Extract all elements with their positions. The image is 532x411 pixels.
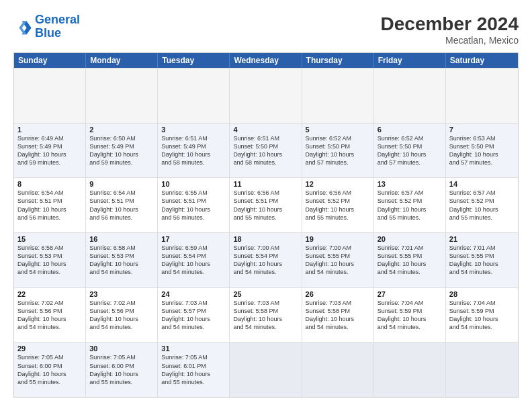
header-tuesday: Tuesday xyxy=(158,53,230,68)
day-number: 15 xyxy=(17,235,82,243)
day-number: 30 xyxy=(89,345,154,353)
calendar-cell-5-3 xyxy=(230,342,302,397)
day-info: Sunrise: 6:57 AMSunset: 5:52 PMDaylight:… xyxy=(449,189,515,222)
day-info: Sunrise: 7:01 AMSunset: 5:55 PMDaylight:… xyxy=(449,244,515,277)
calendar-cell-2-5: 13Sunrise: 6:57 AMSunset: 5:52 PMDayligh… xyxy=(374,178,446,232)
day-info: Sunrise: 7:05 AMSunset: 6:01 PMDaylight:… xyxy=(161,353,226,386)
calendar-cell-0-6 xyxy=(446,68,518,123)
day-number: 9 xyxy=(89,180,154,188)
calendar-row-1: 1Sunrise: 6:49 AMSunset: 5:49 PMDaylight… xyxy=(14,123,518,178)
calendar-cell-0-1 xyxy=(86,68,158,123)
day-info: Sunrise: 6:59 AMSunset: 5:54 PMDaylight:… xyxy=(161,244,226,277)
header-friday: Friday xyxy=(374,53,446,68)
day-info: Sunrise: 6:56 AMSunset: 5:51 PMDaylight:… xyxy=(233,189,298,222)
day-number: 24 xyxy=(161,290,226,298)
calendar-row-4: 22Sunrise: 7:02 AMSunset: 5:56 PMDayligh… xyxy=(14,287,518,342)
day-number: 19 xyxy=(306,235,370,243)
calendar-cell-4-5: 27Sunrise: 7:04 AMSunset: 5:59 PMDayligh… xyxy=(374,288,446,342)
calendar-cell-3-3: 18Sunrise: 7:00 AMSunset: 5:54 PMDayligh… xyxy=(230,233,302,287)
day-number: 26 xyxy=(306,290,370,298)
day-number: 21 xyxy=(449,235,515,243)
day-number: 14 xyxy=(449,180,515,188)
day-info: Sunrise: 7:02 AMSunset: 5:56 PMDaylight:… xyxy=(89,299,154,332)
day-number: 27 xyxy=(378,290,442,298)
calendar-row-0 xyxy=(14,68,518,123)
logo-line1: General xyxy=(35,13,80,26)
calendar-cell-0-4 xyxy=(302,68,374,123)
day-info: Sunrise: 7:04 AMSunset: 5:59 PMDaylight:… xyxy=(449,299,515,332)
calendar-cell-5-0: 29Sunrise: 7:05 AMSunset: 6:00 PMDayligh… xyxy=(14,342,86,397)
logo: General Blue xyxy=(13,13,80,40)
calendar-row-5: 29Sunrise: 7:05 AMSunset: 6:00 PMDayligh… xyxy=(14,342,518,397)
calendar-header: Sunday Monday Tuesday Wednesday Thursday… xyxy=(14,53,518,68)
day-number: 20 xyxy=(378,235,442,243)
calendar-cell-5-5 xyxy=(374,342,446,397)
day-number: 10 xyxy=(161,180,226,188)
day-info: Sunrise: 7:03 AMSunset: 5:58 PMDaylight:… xyxy=(233,299,298,332)
day-info: Sunrise: 6:50 AMSunset: 5:49 PMDaylight:… xyxy=(89,134,154,167)
calendar-cell-3-2: 17Sunrise: 6:59 AMSunset: 5:54 PMDayligh… xyxy=(158,233,230,287)
day-info: Sunrise: 6:49 AMSunset: 5:49 PMDaylight:… xyxy=(17,134,82,167)
calendar-cell-3-1: 16Sunrise: 6:58 AMSunset: 5:53 PMDayligh… xyxy=(86,233,158,287)
day-info: Sunrise: 6:58 AMSunset: 5:53 PMDaylight:… xyxy=(17,244,82,277)
calendar-cell-5-2: 31Sunrise: 7:05 AMSunset: 6:01 PMDayligh… xyxy=(158,342,230,397)
day-number: 18 xyxy=(233,235,298,243)
header-monday: Monday xyxy=(86,53,158,68)
day-info: Sunrise: 7:02 AMSunset: 5:56 PMDaylight:… xyxy=(17,299,82,332)
day-number: 3 xyxy=(161,126,226,134)
day-number: 31 xyxy=(161,345,226,353)
calendar-cell-3-0: 15Sunrise: 6:58 AMSunset: 5:53 PMDayligh… xyxy=(14,233,86,287)
calendar-body: 1Sunrise: 6:49 AMSunset: 5:49 PMDaylight… xyxy=(14,68,518,397)
calendar-cell-3-4: 19Sunrise: 7:00 AMSunset: 5:55 PMDayligh… xyxy=(302,233,374,287)
day-info: Sunrise: 6:58 AMSunset: 5:53 PMDaylight:… xyxy=(89,244,154,277)
calendar-cell-5-4 xyxy=(302,342,374,397)
day-number: 12 xyxy=(306,180,370,188)
day-info: Sunrise: 6:52 AMSunset: 5:50 PMDaylight:… xyxy=(306,134,370,167)
calendar-cell-1-6: 7Sunrise: 6:53 AMSunset: 5:50 PMDaylight… xyxy=(446,124,518,178)
calendar-cell-1-2: 3Sunrise: 6:51 AMSunset: 5:49 PMDaylight… xyxy=(158,124,230,178)
day-number: 16 xyxy=(89,235,154,243)
subtitle: Mecatlan, Mexico xyxy=(381,35,519,46)
calendar-cell-5-1: 30Sunrise: 7:05 AMSunset: 6:00 PMDayligh… xyxy=(86,342,158,397)
logo-icon xyxy=(13,17,32,36)
calendar-cell-3-6: 21Sunrise: 7:01 AMSunset: 5:55 PMDayligh… xyxy=(446,233,518,287)
day-info: Sunrise: 6:54 AMSunset: 5:51 PMDaylight:… xyxy=(17,189,82,222)
header: General Blue December 2024 Mecatlan, Mex… xyxy=(13,13,519,46)
day-number: 22 xyxy=(17,290,82,298)
calendar-cell-4-3: 25Sunrise: 7:03 AMSunset: 5:58 PMDayligh… xyxy=(230,288,302,342)
day-number: 1 xyxy=(17,126,82,134)
calendar-cell-1-5: 6Sunrise: 6:52 AMSunset: 5:50 PMDaylight… xyxy=(374,124,446,178)
calendar-cell-2-2: 10Sunrise: 6:55 AMSunset: 5:51 PMDayligh… xyxy=(158,178,230,232)
calendar-cell-2-0: 8Sunrise: 6:54 AMSunset: 5:51 PMDaylight… xyxy=(14,178,86,232)
day-number: 2 xyxy=(89,126,154,134)
day-number: 7 xyxy=(449,126,515,134)
day-number: 23 xyxy=(89,290,154,298)
day-info: Sunrise: 6:55 AMSunset: 5:51 PMDaylight:… xyxy=(161,189,226,222)
calendar-cell-2-3: 11Sunrise: 6:56 AMSunset: 5:51 PMDayligh… xyxy=(230,178,302,232)
day-number: 8 xyxy=(17,180,82,188)
calendar-row-3: 15Sunrise: 6:58 AMSunset: 5:53 PMDayligh… xyxy=(14,232,518,287)
calendar-cell-0-2 xyxy=(158,68,230,123)
day-number: 6 xyxy=(378,126,442,134)
calendar-cell-2-6: 14Sunrise: 6:57 AMSunset: 5:52 PMDayligh… xyxy=(446,178,518,232)
day-number: 29 xyxy=(17,345,82,353)
day-info: Sunrise: 7:03 AMSunset: 5:57 PMDaylight:… xyxy=(161,299,226,332)
header-sunday: Sunday xyxy=(14,53,86,68)
day-info: Sunrise: 6:56 AMSunset: 5:52 PMDaylight:… xyxy=(306,189,370,222)
day-number: 28 xyxy=(449,290,515,298)
calendar-cell-2-4: 12Sunrise: 6:56 AMSunset: 5:52 PMDayligh… xyxy=(302,178,374,232)
calendar-cell-4-0: 22Sunrise: 7:02 AMSunset: 5:56 PMDayligh… xyxy=(14,288,86,342)
calendar-cell-4-1: 23Sunrise: 7:02 AMSunset: 5:56 PMDayligh… xyxy=(86,288,158,342)
day-info: Sunrise: 6:57 AMSunset: 5:52 PMDaylight:… xyxy=(378,189,442,222)
day-number: 17 xyxy=(161,235,226,243)
calendar: Sunday Monday Tuesday Wednesday Thursday… xyxy=(13,52,519,398)
header-thursday: Thursday xyxy=(302,53,374,68)
day-number: 5 xyxy=(306,126,370,134)
day-number: 25 xyxy=(233,290,298,298)
day-info: Sunrise: 7:00 AMSunset: 5:55 PMDaylight:… xyxy=(306,244,370,277)
day-info: Sunrise: 7:03 AMSunset: 5:58 PMDaylight:… xyxy=(306,299,370,332)
calendar-cell-0-3 xyxy=(230,68,302,123)
main-title: December 2024 xyxy=(381,13,519,35)
day-info: Sunrise: 7:05 AMSunset: 6:00 PMDaylight:… xyxy=(17,353,82,386)
day-info: Sunrise: 6:54 AMSunset: 5:51 PMDaylight:… xyxy=(89,189,154,222)
